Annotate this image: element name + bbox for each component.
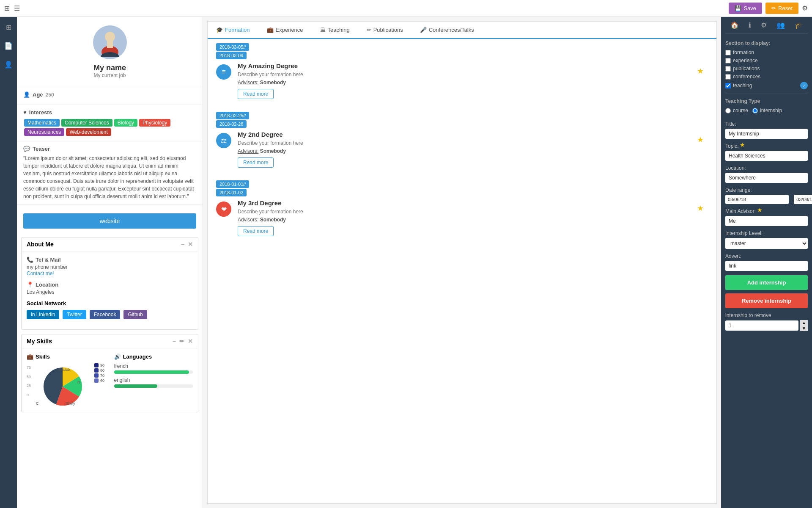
advert-input[interactable]	[725, 261, 808, 271]
internship-radio[interactable]	[752, 108, 758, 113]
date-separator: -	[790, 196, 792, 203]
timeline-entry-1: 2018-02-25// 2018-02-28 ⚖ My 2nd Degree …	[216, 112, 708, 168]
close-icon[interactable]: ✕	[188, 241, 193, 248]
spin-down[interactable]: ▼	[800, 326, 808, 331]
section-label-formation[interactable]: formation	[725, 50, 808, 55]
tab-publications[interactable]: ✏Publications	[358, 22, 411, 39]
interest-tag: Physiology	[139, 119, 170, 127]
website-button[interactable]: website	[23, 213, 196, 229]
read-more-button[interactable]: Read more	[238, 226, 274, 236]
section-checkbox-conferences: conferences	[725, 74, 808, 80]
avatar	[93, 25, 127, 59]
save-icon: 💾	[735, 5, 741, 11]
skills-minimize-icon[interactable]: −	[173, 338, 176, 345]
internship-to-remove-input[interactable]	[725, 320, 798, 331]
tab-conferences-talks[interactable]: 🎤Conferences/Talks	[411, 22, 483, 39]
section-check-publications[interactable]	[725, 66, 731, 72]
pie-label-shiny: Shiny	[66, 401, 75, 406]
section-text-formation: formation	[733, 50, 754, 55]
skills-card: My Skills − ✏ ✕ 💼 Skills	[21, 334, 198, 412]
tab-teaching[interactable]: 🏛Teaching	[312, 22, 358, 39]
section-check-experience[interactable]	[725, 58, 731, 64]
date-range-row: -	[725, 195, 808, 204]
section-check-conferences[interactable]	[725, 74, 731, 80]
timeline-advisor: Advisors: Somebody	[238, 80, 708, 86]
course-radio-label[interactable]: course	[725, 108, 748, 113]
right-icon-users[interactable]: 👥	[776, 21, 785, 29]
social-facebook-button[interactable]: Facebook	[90, 310, 121, 319]
languages-subtitle: 🔊 Languages	[114, 353, 193, 360]
icon-bar-home[interactable]: ⊞	[4, 21, 14, 33]
about-me-body: 📞 Tel & Mail my phone number Contact me!…	[22, 251, 198, 329]
section-label-conferences[interactable]: conferences	[725, 74, 808, 80]
timeline: 2018-03-05// 2018-03-09 ≡ My Amazing Deg…	[208, 39, 716, 253]
timeline-desc: Describe your formation here	[238, 140, 708, 146]
teaser-title: 💬 Teaser	[23, 146, 196, 152]
title-input[interactable]	[725, 129, 808, 139]
date-end-input[interactable]	[794, 195, 812, 204]
skills-edit-icon[interactable]: ✏	[179, 338, 184, 345]
right-icon-settings[interactable]: ⚙	[761, 21, 767, 29]
internship-radio-label[interactable]: internship	[752, 108, 782, 113]
right-icon-info[interactable]: ℹ	[749, 21, 751, 29]
internship-level-label: Internship Level:	[725, 230, 808, 236]
section-label-publications[interactable]: publications	[725, 66, 808, 72]
interests-tags: MathematicsComputer SciencesBiologyPhysi…	[23, 118, 196, 137]
social-github-button[interactable]: Github	[123, 310, 147, 319]
section-text-conferences: conferences	[733, 74, 760, 80]
main-advisor-input[interactable]	[725, 216, 808, 226]
date-start-input[interactable]	[725, 195, 789, 204]
minimize-icon[interactable]: −	[181, 241, 184, 248]
add-internship-button[interactable]: Add internship	[725, 275, 808, 290]
advert-label: Advert:	[725, 253, 808, 259]
icon-bar-user[interactable]: 👤	[2, 58, 15, 71]
right-panel-icons: 🏠 ℹ ⚙ 👥 🎓	[725, 21, 808, 34]
share-icon[interactable]: ⚙	[802, 4, 808, 12]
social-twitter-button[interactable]: Twitter	[63, 310, 86, 319]
reset-button[interactable]: ✏ Reset	[765, 3, 798, 14]
social-in-linkedin-button[interactable]: in Linkedin	[27, 310, 59, 319]
read-more-button[interactable]: Read more	[238, 89, 274, 99]
read-more-button[interactable]: Read more	[238, 157, 274, 168]
title-row: Title:	[725, 117, 808, 129]
card-actions: − ✕	[181, 241, 193, 248]
tab-icon: 🎓	[216, 27, 223, 33]
topic-input[interactable]	[725, 151, 808, 161]
divider1	[725, 94, 808, 94]
contact-link[interactable]: Contact me!	[27, 271, 54, 276]
section-label-teaching[interactable]: teaching ✓	[725, 82, 808, 89]
course-radio[interactable]	[725, 108, 731, 113]
section-label-experience[interactable]: experience	[725, 58, 808, 64]
interest-tag: Biology	[114, 119, 137, 127]
skills-body: 💼 Skills 75 50 25 0	[22, 348, 198, 412]
legend-item-70: 70	[94, 373, 104, 378]
icon-bar: ⊞ 📄 👤	[0, 17, 17, 508]
social-buttons: in LinkedinTwitterFacebookGithub	[27, 310, 193, 319]
right-icon-home[interactable]: 🏠	[730, 21, 739, 29]
save-button[interactable]: 💾 Save	[729, 3, 762, 14]
tab-experience[interactable]: 💼Experience	[258, 22, 312, 39]
icon-bar-document[interactable]: 📄	[2, 40, 15, 52]
internship-level-select[interactable]: master bachelor phd	[725, 238, 808, 249]
timeline-entry-2: 2018-01-01// 2018-01-02 ❤ My 3rd Degree …	[216, 180, 708, 236]
spin-up[interactable]: ▲	[800, 320, 808, 326]
profile-panel: My name My current job 👤 Age 250 ♥ Inter…	[17, 17, 203, 508]
right-icon-graduation[interactable]: 🎓	[795, 21, 803, 29]
cv-panel: 🎓Formation💼Experience🏛Teaching✏Publicati…	[203, 17, 721, 508]
topic-star: ★	[740, 141, 745, 148]
phone-value: my phone number	[27, 264, 193, 270]
date-range: 2018-02-25// 2018-02-28	[216, 112, 708, 129]
timeline-item: ≡ My Amazing Degree Describe your format…	[216, 62, 708, 99]
menu-icon-button[interactable]: ☰	[14, 4, 20, 12]
skills-close-icon[interactable]: ✕	[188, 338, 193, 345]
section-check-teaching[interactable]	[725, 83, 731, 88]
profile-job: My current job	[93, 72, 126, 78]
timeline-entry-0: 2018-03-05// 2018-03-09 ≡ My Amazing Deg…	[216, 43, 708, 99]
main-advisor-label: Main Advisor:	[725, 208, 756, 214]
location-input[interactable]	[725, 173, 808, 183]
tab-formation[interactable]: 🎓Formation	[208, 22, 258, 39]
section-check-formation[interactable]	[725, 50, 731, 55]
remove-internship-button[interactable]: Remove internship	[725, 293, 808, 308]
social-row: Social Network in LinkedinTwitterFaceboo…	[27, 300, 193, 319]
grid-icon-button[interactable]: ⊞	[4, 4, 10, 12]
